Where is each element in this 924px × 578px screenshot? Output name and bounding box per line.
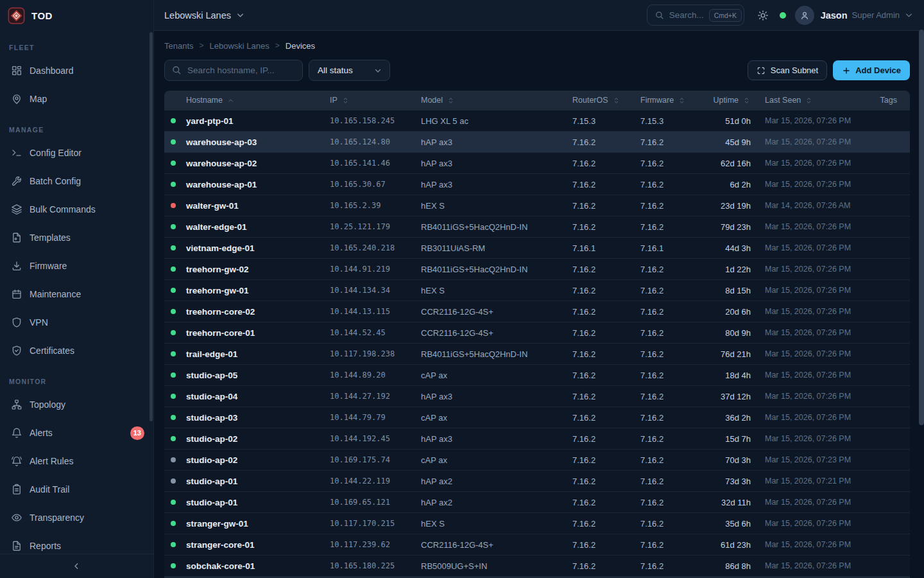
ip-cell: 10.117.170.215 [330,519,421,528]
status-dot-online [171,288,176,293]
app-logo[interactable]: TOD [0,0,153,31]
column-header-ip[interactable]: IP [330,96,421,105]
hostname-cell: walter-gw-01 [186,201,330,211]
sidebar-scrollbar[interactable] [150,32,153,421]
model-cell: hAP ax3 [421,159,572,168]
sidebar-item-templates[interactable]: Templates [0,223,153,252]
column-header-uptime[interactable]: Uptime [708,96,751,105]
table-row[interactable]: treehorn-gw-0210.144.91.219RB4011iGS+5Ha… [164,258,910,279]
sidebar-item-transparency[interactable]: Transparency [0,504,153,532]
sidebar-collapse-button[interactable] [68,559,86,574]
tenant-selector[interactable]: Lebowski Lanes [164,10,245,21]
table-row[interactable]: treehorn-core-0110.144.52.45CCR2116-12G-… [164,322,910,343]
sidebar-item-firmware[interactable]: Firmware [0,252,153,280]
avatar[interactable] [795,6,814,25]
table-row[interactable]: stranger-gw-0110.117.170.215hEX S7.16.27… [164,512,910,534]
scan-subnet-label: Scan Subnet [771,66,818,75]
theme-toggle-sun-icon[interactable] [757,10,769,21]
terminal-icon [11,147,22,159]
global-search[interactable]: Search... Cmd+K [647,4,744,26]
device-search-input[interactable] [164,60,303,81]
table-row[interactable]: studio-ap-0110.144.22.119hAP ax27.16.27.… [164,470,910,491]
firmware-cell: 7.16.2 [640,498,708,507]
column-header-routeros[interactable]: RouterOS [572,96,640,105]
sidebar-item-alerts[interactable]: Alerts13 [0,419,153,447]
last-seen-cell: Mar 15, 2026, 07:21 PM [765,477,878,486]
model-cell: CCR2116-12G-4S+ [421,307,572,317]
last-seen-cell: Mar 15, 2026, 07:26 PM [765,286,878,295]
table-row[interactable]: sobchak-core-0110.165.180.225RB5009UG+S+… [164,555,910,576]
sidebar-item-alert-rules[interactable]: Alert Rules [0,447,153,475]
column-header-firmware[interactable]: Firmware [640,96,708,105]
sort-asc-icon [227,96,235,105]
status-cell [164,118,186,123]
breadcrumb-item-tenants[interactable]: Tenants [164,41,194,51]
table-row[interactable]: warehouse-ap-0210.165.141.46hAP ax37.16.… [164,152,910,173]
sidebar-item-batch-config[interactable]: Batch Config [0,167,153,195]
hostname-cell: walter-edge-01 [186,222,330,232]
ip-cell: 10.117.239.62 [330,540,421,549]
sidebar-item-config-editor[interactable]: Config Editor [0,139,153,167]
status-filter-select[interactable]: All status [309,60,390,81]
model-cell: hAP ax3 [421,434,572,444]
sidebar-item-vpn[interactable]: VPN [0,308,153,337]
sidebar-item-map[interactable]: Map [0,85,153,113]
breadcrumb-item-devices[interactable]: Devices [286,41,315,51]
user-menu-chevron-icon[interactable] [904,10,914,20]
sidebar-item-certificates[interactable]: Certificates [0,337,153,365]
add-device-button[interactable]: Add Device [833,60,910,80]
breadcrumb-item-lebowski-lanes[interactable]: Lebowski Lanes [210,41,270,51]
routeros-cell: 7.16.2 [572,392,640,401]
sidebar-item-topology[interactable]: Topology [0,390,153,419]
table-row[interactable]: studio-ap-0510.144.89.20cAP ax7.16.27.16… [164,364,910,385]
table-row[interactable]: walter-gw-0110.165.2.39hEX S7.16.27.16.2… [164,195,910,216]
table-row[interactable]: studio-ap-0210.144.192.45hAP ax37.16.27.… [164,428,910,449]
scan-subnet-button[interactable]: Scan Subnet [748,60,827,80]
sidebar-item-dashboard[interactable]: Dashboard [0,57,153,85]
table-row[interactable]: studio-ap-0310.144.79.79cAP ax7.16.27.16… [164,407,910,428]
sidebar-item-maintenance[interactable]: Maintenance [0,280,153,308]
table-row[interactable]: vietnam-edge-0110.165.240.218RB3011UiAS-… [164,237,910,258]
sidebar-item-audit-trail[interactable]: Audit Trail [0,475,153,504]
device-search-wrap [164,60,303,81]
table-row[interactable]: trail-edge-0110.117.198.238RB4011iGS+5Ha… [164,343,910,364]
table-row[interactable]: treehorn-core-0210.144.13.115CCR2116-12G… [164,301,910,322]
table-row[interactable]: walter-edge-0110.25.121.179RB4011iGS+5Ha… [164,216,910,237]
table-row[interactable]: treehorn-gw-0110.144.134.34hEX S7.16.27.… [164,279,910,301]
hostname-cell: trail-edge-01 [186,349,330,359]
table-row[interactable]: warehouse-ap-0310.165.124.80hAP ax37.16.… [164,131,910,152]
table-body: yard-ptp-0110.165.158.245LHG XL 5 ac7.15… [164,110,910,576]
table-row[interactable]: studio-ap-0410.144.27.192hAP ax37.16.27.… [164,385,910,407]
column-header-hostname[interactable]: Hostname [186,96,330,105]
table-row[interactable]: studio-ap-0110.169.65.121hAP ax27.16.27.… [164,491,910,512]
firmware-cell: 7.16.2 [640,286,708,295]
uptime-cell: 45d 9h [708,137,751,147]
status-dot-online [171,521,176,526]
firmware-cell: 7.16.2 [640,159,708,168]
column-header-last_seen[interactable]: Last Seen [765,96,878,105]
ip-cell: 10.144.79.79 [330,413,421,422]
sidebar-item-reports[interactable]: Reports [0,532,153,554]
table-row[interactable]: warehouse-ap-0110.165.30.67hAP ax37.16.2… [164,173,910,195]
firmware-cell: 7.16.2 [640,307,708,317]
model-cell: hEX S [421,286,572,295]
routeros-cell: 7.16.2 [572,540,640,550]
status-cell [164,394,186,399]
sidebar-item-bulk-commands[interactable]: Bulk Commands [0,195,153,223]
status-dot-unknown [171,478,176,484]
column-header-model[interactable]: Model [421,96,572,105]
page-scrollbar[interactable] [919,30,924,425]
routeros-cell: 7.15.3 [572,116,640,126]
column-header-tags[interactable]: Tags [878,96,910,105]
ip-cell: 10.169.65.121 [330,498,421,507]
last-seen-cell: Mar 15, 2026, 07:26 PM [765,371,878,380]
uptime-cell: 37d 12h [708,392,751,401]
table-row[interactable]: studio-ap-0210.169.175.74cAP ax7.16.27.1… [164,449,910,470]
table-row[interactable]: stranger-core-0110.117.239.62CCR2116-12G… [164,534,910,555]
hostname-cell: studio-ap-05 [186,371,330,380]
ip-cell: 10.144.89.20 [330,371,421,380]
table-row[interactable]: yard-ptp-0110.165.158.245LHG XL 5 ac7.15… [164,110,910,131]
status-cell [164,351,186,356]
routeros-cell: 7.16.2 [572,137,640,147]
status-cell [164,563,186,568]
